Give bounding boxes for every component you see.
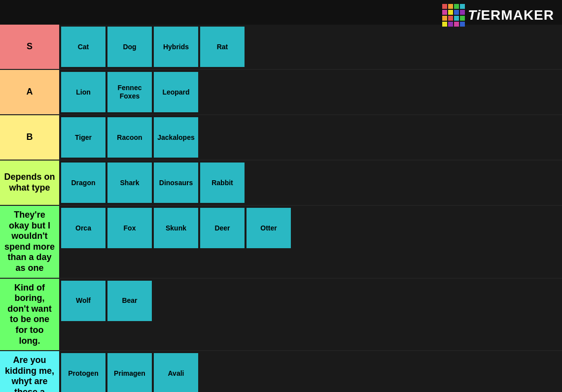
tier-items-kidding: ProtogenPrimagenAvali	[59, 351, 562, 392]
tier-item[interactable]: Fennec Foxes	[107, 72, 152, 112]
tier-label-s: S	[0, 25, 59, 69]
tier-row-kidding: Are you kidding me, whyt are these a thi…	[0, 351, 562, 392]
tier-row-okay: They're okay but I wouldn't spend more t…	[0, 206, 562, 279]
tier-label-a: A	[0, 70, 59, 114]
logo-pixel	[460, 4, 465, 9]
tier-items-depends: DragonSharkDinosaursRabbit	[59, 161, 562, 205]
tier-row-b: BTigerRacoonJackalopes	[0, 115, 562, 161]
tier-row-depends: Depends on what typeDragonSharkDinosaurs…	[0, 161, 562, 206]
tier-item[interactable]: Rabbit	[200, 163, 245, 203]
logo-pixel	[442, 10, 447, 15]
tier-item[interactable]: Jackalopes	[154, 117, 198, 158]
tier-label-kidding: Are you kidding me, whyt are these a thi…	[0, 351, 59, 392]
tier-item[interactable]: Deer	[200, 208, 245, 248]
logo-pixel	[448, 16, 453, 21]
tier-label-okay: They're okay but I wouldn't spend more t…	[0, 206, 59, 278]
tier-item[interactable]: Orca	[61, 208, 105, 248]
tier-item[interactable]: Fox	[107, 208, 152, 248]
tier-item[interactable]: Cat	[61, 27, 105, 67]
tier-row-s: SCatDogHybridsRat	[0, 25, 562, 70]
tier-row-a: ALionFennec FoxesLeopard	[0, 70, 562, 115]
tier-items-b: TigerRacoonJackalopes	[59, 115, 562, 160]
tier-list: SCatDogHybridsRatALionFennec FoxesLeopar…	[0, 25, 562, 392]
logo-pixel	[448, 10, 453, 15]
tier-item[interactable]: Otter	[246, 208, 291, 248]
tier-item[interactable]: Avali	[154, 353, 198, 392]
logo-pixel	[460, 22, 465, 27]
tier-item[interactable]: Leopard	[154, 72, 198, 112]
tier-item[interactable]: Hybrids	[154, 27, 198, 67]
tier-items-boring: WolfBear	[59, 279, 562, 351]
tier-item[interactable]: Lion	[61, 72, 105, 112]
tier-items-a: LionFennec FoxesLeopard	[59, 70, 562, 114]
logo-pixel	[442, 16, 447, 21]
tier-items-s: CatDogHybridsRat	[59, 25, 562, 69]
tier-item[interactable]: Protogen	[61, 353, 105, 392]
tier-item[interactable]: Rat	[200, 27, 245, 67]
tier-label-b: B	[0, 115, 59, 160]
logo-pixel	[460, 10, 465, 15]
tier-list-wrapper: TiERMAKER SCatDogHybridsRatALionFennec F…	[0, 0, 562, 392]
logo-container: TiERMAKER	[442, 4, 554, 27]
logo-grid	[442, 4, 465, 27]
logo-pixel	[454, 22, 459, 27]
logo-pixel	[448, 4, 453, 9]
tiermaker-logo-text: TiERMAKER	[468, 7, 554, 23]
tier-item[interactable]: Racoon	[107, 117, 152, 158]
tier-label-boring: Kind of boring, don't want to be one for…	[0, 279, 59, 351]
logo-pixel	[460, 16, 465, 21]
logo-pixel	[454, 4, 459, 9]
tier-item[interactable]: Shark	[107, 163, 152, 203]
logo-pixel	[442, 22, 447, 27]
tier-label-depends: Depends on what type	[0, 161, 59, 205]
tier-item[interactable]: Dragon	[61, 163, 105, 203]
tier-item[interactable]: Primagen	[107, 353, 152, 392]
tier-item[interactable]: Wolf	[61, 281, 105, 321]
tier-item[interactable]: Dog	[107, 27, 152, 67]
tier-item[interactable]: Tiger	[61, 117, 105, 158]
tier-item[interactable]: Bear	[107, 281, 152, 321]
tier-item[interactable]: Skunk	[154, 208, 198, 248]
logo-pixel	[454, 10, 459, 15]
tier-row-boring: Kind of boring, don't want to be one for…	[0, 279, 562, 352]
logo-pixel	[442, 4, 447, 9]
logo-pixel	[454, 16, 459, 21]
top-bar: TiERMAKER	[0, 0, 562, 25]
tier-items-okay: OrcaFoxSkunkDeerOtter	[59, 206, 562, 278]
tier-item[interactable]: Dinosaurs	[154, 163, 198, 203]
logo-pixel	[448, 22, 453, 27]
